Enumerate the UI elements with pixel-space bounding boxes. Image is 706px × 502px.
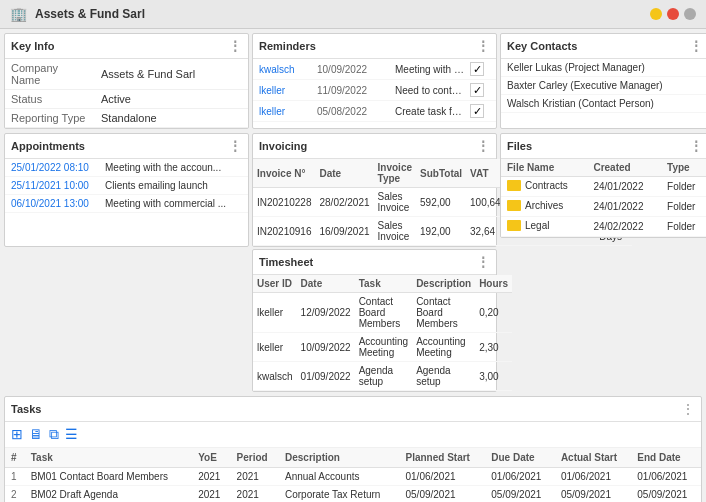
reminder-row: lkeller 11/09/2022 Need to contact the..… — [253, 80, 496, 101]
ts-cell: lkeller — [253, 293, 297, 333]
appointments-list: 25/01/2022 08:10 Meeting with the accoun… — [5, 159, 248, 213]
invoice-cell: 592,00 — [416, 188, 466, 217]
title-bar: 🏢 Assets & Fund Sarl — [0, 0, 706, 29]
invoicing-menu[interactable]: ⋮ — [476, 138, 490, 154]
ts-row: lkeller12/09/2022Contact Board MembersCo… — [253, 293, 512, 333]
task-cell: BM01 Contact Board Members — [25, 468, 192, 486]
appointment-row: 06/10/2021 13:00 Meeting with commercial… — [5, 195, 248, 213]
ts-col-header: Task — [355, 275, 412, 293]
key-info-row: Reporting TypeStandalone — [5, 109, 248, 128]
task-col-header: # — [5, 448, 25, 468]
invoice-cell: Sales Invoice — [374, 217, 416, 246]
timesheet-title: Timesheet — [259, 256, 313, 268]
task-col-header: Description — [279, 448, 400, 468]
key-info-field: Company Name — [5, 59, 95, 90]
close-button[interactable] — [667, 8, 679, 20]
task-cell: 01/06/2021 — [485, 468, 555, 486]
task-cell: BM02 Draft Agenda — [25, 486, 192, 503]
invoice-cell: 28/02/2021 — [316, 188, 374, 217]
task-cell: Corporate Tax Return — [279, 486, 400, 503]
tasks-header: Tasks ⋮ — [5, 397, 701, 422]
file-name: Contracts — [501, 177, 587, 197]
task-cell: Annual Accounts — [279, 468, 400, 486]
ts-row: kwalsch01/09/2022Agenda setupAgenda setu… — [253, 362, 512, 391]
reminder-text: Need to contact the... — [395, 85, 467, 96]
key-info-panel: Key Info ⋮ Company NameAssets & Fund Sar… — [4, 33, 249, 129]
appointments-menu[interactable]: ⋮ — [228, 138, 242, 154]
appointment-row: 25/01/2022 08:10 Meeting with the accoun… — [5, 159, 248, 177]
reminder-user: kwalsch — [259, 64, 314, 75]
minimize-button[interactable] — [650, 8, 662, 20]
reminder-checkbox[interactable]: ✓ — [470, 62, 484, 76]
reminder-row: lkeller 05/08/2022 Create task for the w… — [253, 101, 496, 122]
task-cell: 05/09/2021 — [555, 486, 631, 503]
tasks-menu[interactable]: ⋮ — [681, 401, 695, 417]
files-header: Files ⋮ — [501, 134, 706, 159]
contact-row: Walsch Kristian (Contact Person) — [501, 95, 706, 113]
window-controls — [650, 8, 696, 20]
files-col-header: Type — [661, 159, 706, 177]
reminders-menu[interactable]: ⋮ — [476, 38, 490, 54]
task-cell: 05/09/2021 — [631, 486, 701, 503]
key-info-value: Standalone — [95, 109, 248, 128]
ts-cell: Agenda setup — [355, 362, 412, 391]
files-menu[interactable]: ⋮ — [689, 138, 703, 154]
file-created: 24/01/2022 — [587, 197, 661, 217]
invoice-cell: IN20210916 — [253, 217, 316, 246]
ts-cell: 12/09/2022 — [297, 293, 355, 333]
reminder-checkbox[interactable]: ✓ — [470, 104, 484, 118]
appointments-title: Appointments — [11, 140, 85, 152]
ts-cell: 01/09/2022 — [297, 362, 355, 391]
file-name: Archives — [501, 197, 587, 217]
add-task-icon[interactable]: ⊞ — [11, 426, 23, 443]
key-info-menu[interactable]: ⋮ — [228, 38, 242, 54]
ts-cell: Accounting Meeting — [355, 333, 412, 362]
reminders-header: Reminders ⋮ — [253, 34, 496, 59]
invoice-col-header: VAT — [466, 159, 505, 188]
invoice-col-header: Invoice N° — [253, 159, 316, 188]
task-cell: 05/09/2021 — [399, 486, 485, 503]
invoice-cell: 192,00 — [416, 217, 466, 246]
key-contacts-title: Key Contacts — [507, 40, 577, 52]
invoice-col-header: Invoice Type — [374, 159, 416, 188]
task-col-header: Period — [231, 448, 279, 468]
computer-icon[interactable]: 🖥 — [29, 426, 43, 443]
invoicing-panel: Invoicing ⋮ Invoice N°DateInvoice TypeSu… — [252, 133, 497, 247]
key-info-row: Company NameAssets & Fund Sarl — [5, 59, 248, 90]
ts-cell: Agenda setup — [412, 362, 475, 391]
appointments-panel: Appointments ⋮ 25/01/2022 08:10 Meeting … — [4, 133, 249, 247]
task-col-header: YoE — [192, 448, 230, 468]
invoice-col-header: SubTotal — [416, 159, 466, 188]
files-col-header: Created — [587, 159, 661, 177]
folder-icon — [507, 180, 521, 191]
reminders-list: kwalsch 10/09/2022 Meeting with Mrs.Mer.… — [253, 59, 496, 122]
maximize-button[interactable] — [684, 8, 696, 20]
ts-cell: Contact Board Members — [355, 293, 412, 333]
task-col-header: Planned Start — [399, 448, 485, 468]
ts-cell: Accounting Meeting — [412, 333, 475, 362]
task-cell: 1 — [5, 468, 25, 486]
task-col-header: Due Date — [485, 448, 555, 468]
export-icon[interactable]: ⧉ — [49, 426, 59, 443]
ts-cell: 10/09/2022 — [297, 333, 355, 362]
reminder-checkbox[interactable]: ✓ — [470, 83, 484, 97]
files-panel: Files ⋮ File NameCreatedType Contracts24… — [500, 133, 706, 238]
key-contacts-menu[interactable]: ⋮ — [689, 38, 703, 54]
filter-icon[interactable]: ☰ — [65, 426, 78, 443]
contacts-list: Keller Lukas (Project Manager)Baxter Car… — [501, 59, 706, 113]
key-info-title: Key Info — [11, 40, 54, 52]
file-row: Archives24/01/2022Folder — [501, 197, 706, 217]
tasks-toolbar[interactable]: ⊞ 🖥 ⧉ ☰ — [5, 422, 701, 448]
invoice-cell: 32,64 — [466, 217, 505, 246]
reminder-date: 11/09/2022 — [317, 85, 392, 96]
files-title: Files — [507, 140, 532, 152]
key-info-field: Reporting Type — [5, 109, 95, 128]
key-info-row: StatusActive — [5, 90, 248, 109]
invoice-cell: Sales Invoice — [374, 188, 416, 217]
key-info-table: Company NameAssets & Fund SarlStatusActi… — [5, 59, 248, 128]
appt-text: Meeting with commercial ... — [105, 198, 242, 209]
file-row: Legal24/02/2022Folder — [501, 217, 706, 237]
contact-row: Baxter Carley (Executive Manager) — [501, 77, 706, 95]
task-row: 1BM01 Contact Board Members20212021Annua… — [5, 468, 701, 486]
timesheet-menu[interactable]: ⋮ — [476, 254, 490, 270]
